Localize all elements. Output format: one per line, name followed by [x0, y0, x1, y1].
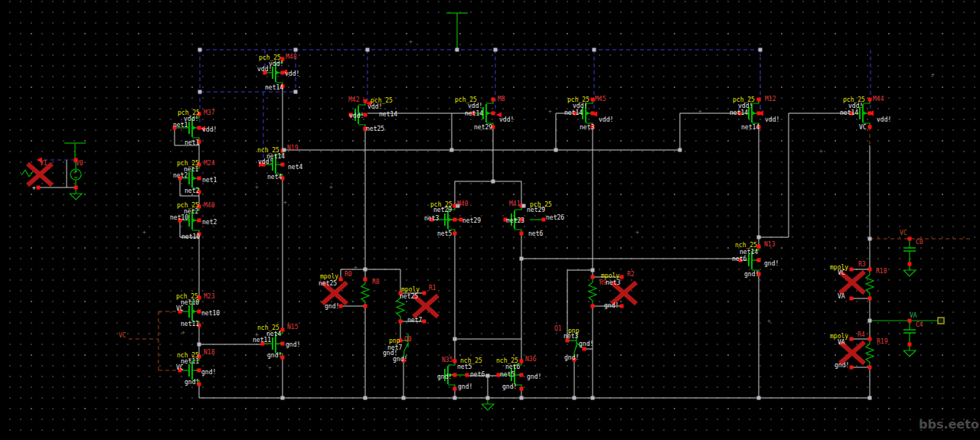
device-lead[interactable] — [574, 345, 577, 353]
junction[interactable] — [486, 396, 490, 400]
instance-name-label[interactable]: N19 — [287, 145, 299, 152]
grid-plus[interactable]: + — [268, 364, 272, 371]
net-label[interactable]: net10 — [170, 214, 188, 221]
net-label[interactable]: vdd! — [349, 112, 364, 119]
junction[interactable] — [757, 396, 761, 400]
pin[interactable] — [198, 126, 201, 130]
net-label[interactable]: vdd! — [285, 70, 299, 77]
junction[interactable] — [198, 343, 201, 347]
instance-name-label[interactable]: M44 — [873, 96, 884, 103]
gnd-symbol[interactable] — [482, 404, 494, 410]
pin[interactable] — [520, 373, 524, 377]
pin[interactable] — [281, 342, 285, 346]
pin[interactable] — [364, 99, 368, 103]
junction[interactable] — [486, 374, 490, 378]
pin[interactable] — [198, 219, 201, 223]
pin[interactable] — [198, 310, 201, 314]
junction[interactable] — [364, 396, 368, 400]
instance-name-label[interactable]: N18 — [204, 349, 215, 356]
net-label[interactable]: gnd! — [325, 303, 339, 310]
junction[interactable] — [759, 48, 763, 52]
instance-name-label[interactable]: N35 — [442, 357, 453, 363]
net-label[interactable]: gnd! — [527, 373, 541, 380]
net-label[interactable]: gnd! — [185, 379, 199, 386]
net-label[interactable]: vdd! — [468, 103, 482, 109]
net-label[interactable]: net3 — [564, 333, 578, 340]
net-label[interactable]: vdd! — [848, 103, 863, 109]
net-label[interactable]: vdd! — [257, 66, 272, 73]
net-label[interactable]: VC — [859, 124, 867, 131]
instance-name-label[interactable]: M8 — [498, 96, 505, 103]
cell-type-label[interactable]: nch_25 — [735, 242, 757, 249]
junction[interactable] — [492, 180, 495, 184]
net-label[interactable]: net14 — [564, 109, 583, 116]
net-label[interactable]: VC — [900, 230, 907, 236]
pin[interactable] — [339, 278, 343, 282]
gnd-symbol[interactable] — [903, 350, 916, 357]
net-label[interactable]: vdd! — [573, 103, 587, 109]
pin[interactable] — [591, 275, 595, 279]
pin[interactable] — [466, 373, 469, 377]
junction[interactable] — [364, 268, 368, 272]
net-label[interactable]: gnd! — [267, 352, 282, 359]
junction[interactable] — [366, 48, 370, 52]
net-label[interactable]: net29 — [527, 207, 545, 213]
instance-name-label[interactable]: C4 — [916, 321, 923, 328]
junction[interactable] — [456, 48, 459, 52]
pin[interactable] — [868, 337, 872, 341]
net-label[interactable]: net4 — [288, 164, 302, 171]
grid-plus[interactable]: + — [142, 229, 146, 236]
net-label[interactable]: net1 — [185, 139, 199, 146]
pin[interactable] — [364, 305, 368, 308]
grid-plus[interactable]: + — [354, 264, 358, 271]
instance-name-label[interactable]: R19 — [877, 338, 888, 345]
net-label[interactable]: net14 — [730, 109, 748, 116]
net-label[interactable]: net6 — [528, 230, 543, 237]
net-label[interactable]: net29 — [462, 217, 481, 224]
pin[interactable] — [453, 373, 457, 377]
pin[interactable] — [492, 112, 495, 116]
pin[interactable] — [423, 292, 426, 295]
net-label[interactable]: net6 — [470, 371, 485, 378]
net-label[interactable]: VC — [176, 364, 184, 371]
net-label[interactable]: VA — [838, 293, 845, 300]
gnd-symbol[interactable] — [70, 194, 82, 200]
grid-plus[interactable]: + — [181, 329, 185, 336]
net-label[interactable]: net10 — [181, 233, 200, 240]
junction[interactable] — [198, 48, 202, 52]
pin[interactable] — [399, 320, 403, 324]
pin[interactable] — [591, 98, 595, 102]
junction[interactable] — [868, 396, 872, 400]
net-label[interactable]: net29 — [474, 124, 492, 131]
junction[interactable] — [281, 396, 285, 400]
net-label[interactable]: vdd! — [368, 103, 382, 110]
instance-name-label[interactable]: R18 — [876, 268, 887, 275]
net-label[interactable]: gnd! — [604, 302, 619, 309]
instance-name-label[interactable]: M45 — [595, 96, 606, 103]
instance-name-label[interactable]: V1 — [40, 160, 47, 167]
net-label[interactable]: VA — [910, 312, 917, 319]
grid-plus[interactable]: + — [819, 148, 823, 155]
net-label[interactable]: gnd! — [764, 260, 779, 267]
junction[interactable] — [294, 90, 298, 94]
instance-name-label[interactable]: M40 — [457, 200, 469, 207]
instance-name-label[interactable]: Q0 — [404, 336, 412, 343]
pin[interactable] — [868, 366, 872, 370]
net-label[interactable]: net1 — [202, 177, 217, 184]
grid-plus[interactable]: + — [698, 108, 702, 115]
pin[interactable] — [364, 278, 368, 282]
junction[interactable] — [868, 237, 872, 241]
instance-name-label[interactable]: M37 — [204, 109, 215, 116]
junction[interactable] — [554, 148, 558, 152]
pin[interactable] — [757, 98, 761, 102]
net-label[interactable]: vdd! — [599, 116, 613, 123]
pin[interactable] — [281, 163, 285, 167]
instance-name-label[interactable]: R0 — [345, 271, 352, 278]
net-label[interactable]: net2 — [202, 219, 217, 226]
cell-type-label[interactable]: pnp — [389, 337, 400, 344]
net-label[interactable]: net2 — [173, 172, 188, 179]
net-label[interactable]: gnd! — [458, 383, 472, 390]
pin[interactable] — [757, 245, 761, 249]
net-label[interactable]: net6 — [505, 363, 520, 370]
pin[interactable] — [908, 319, 912, 323]
